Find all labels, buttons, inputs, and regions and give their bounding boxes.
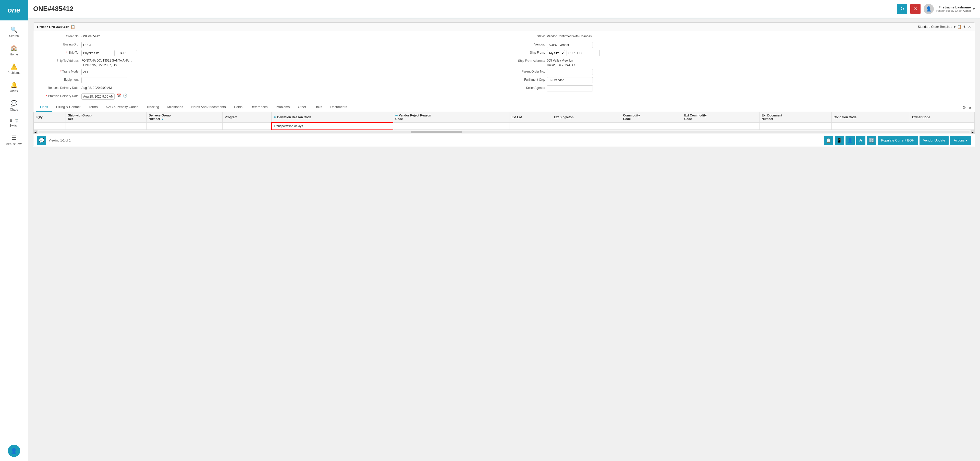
comment-button[interactable]: 💬	[37, 136, 46, 145]
print-button[interactable]: 🖨	[856, 136, 865, 145]
tab-notes[interactable]: Notes And Attachments	[187, 103, 230, 112]
cell-ext-document	[759, 123, 832, 130]
ship-to-input1[interactable]	[81, 50, 115, 56]
horizontal-scrollbar[interactable]: ◀ ▶	[33, 130, 975, 134]
equipment-label: Equipment:	[38, 77, 80, 81]
clock-icon[interactable]: 🕐	[123, 94, 127, 97]
equipment-input[interactable]	[81, 77, 127, 83]
sidebar-item-switch[interactable]: 🖥 📋 Switch	[0, 115, 28, 131]
ship-from-select[interactable]: My Site	[547, 50, 565, 56]
refresh-button[interactable]: ↻	[897, 4, 907, 14]
scroll-track[interactable]	[38, 131, 969, 133]
top-header: ONE#485412 ↻ ✕ 👤 Firstname Lastname Vend…	[28, 0, 980, 18]
sidebar-item-home[interactable]: 🏠 Home	[0, 41, 28, 60]
user-button[interactable]: 👤	[845, 136, 855, 145]
promise-delivery-input[interactable]	[81, 94, 115, 100]
calculator-button[interactable]: 🔢	[867, 136, 876, 145]
tab-icons: ⚙ ▲	[963, 103, 972, 112]
fulfillment-org-input[interactable]	[547, 77, 593, 83]
col-ship-with-group: Ship with GroupRef	[66, 112, 147, 123]
col-ext-singleton: Ext Singleton	[552, 112, 621, 123]
state-value: Vendor Confirmed With Changes	[547, 34, 592, 38]
template-dropdown-button[interactable]: ▾	[954, 25, 956, 29]
sms-button[interactable]: 📱	[835, 136, 844, 145]
sort-icon: ▲	[161, 118, 164, 121]
scroll-right-button[interactable]: ▶	[970, 130, 975, 134]
close-button[interactable]: ✕	[910, 4, 921, 14]
tab-documents[interactable]: Documents	[326, 103, 351, 112]
tab-terms[interactable]: Terms	[84, 103, 102, 112]
request-delivery-value: Aug 28, 2020 9:00 AM	[81, 85, 112, 89]
tab-links[interactable]: Links	[310, 103, 326, 112]
vendor-input[interactable]	[547, 42, 593, 48]
logo-text: one	[8, 6, 21, 14]
tab-billing[interactable]: Billing & Contact	[52, 103, 84, 112]
col-vendor-reject: ✏Vendor Reject ReasonCode	[393, 112, 509, 123]
order-form: Order : ONE#485412 📋 Standard Order Temp…	[33, 22, 975, 147]
tab-problems[interactable]: Problems	[272, 103, 294, 112]
seller-agents-input[interactable]	[547, 85, 593, 91]
vendor-row: Vendor:	[504, 42, 969, 48]
template-view-button[interactable]: 📋	[957, 25, 961, 29]
form-right-column: State: Vendor Confirmed With Changes Ven…	[504, 34, 969, 100]
user-name: Firstname Lastname	[936, 5, 971, 9]
col-condition-code: Condition Code	[832, 112, 910, 123]
sidebar-item-alerts[interactable]: 🔔 Alerts	[0, 78, 28, 97]
app-logo[interactable]: one	[0, 0, 28, 21]
ship-from-inputs: My Site	[547, 50, 600, 56]
tab-milestones[interactable]: Milestones	[163, 103, 187, 112]
actions-button[interactable]: Actions ▾	[950, 136, 971, 145]
sidebar-label-alerts: Alerts	[10, 89, 18, 93]
ship-from-address-label: Ship From Address:	[504, 58, 545, 62]
cell-deviation-reason[interactable]: Transportation delays	[272, 123, 393, 130]
parent-order-input[interactable]	[547, 69, 593, 75]
page-title: ONE#485412	[33, 5, 73, 13]
vendor-update-button[interactable]: Vendor Update	[920, 136, 949, 145]
buying-org-input[interactable]	[81, 42, 127, 48]
trans-mode-label: Trans Mode:	[38, 69, 80, 73]
sidebar-item-search[interactable]: 🔍 Search	[0, 23, 28, 41]
template-close-button[interactable]: ✕	[968, 25, 971, 29]
user-avatar-sidebar[interactable]: 👤	[8, 445, 20, 457]
chat-icon: 💬	[11, 100, 18, 107]
chevron-down-icon: ▾	[973, 6, 975, 11]
col-commodity-code: CommodityCode	[621, 112, 682, 123]
bottom-bar: 💬 Viewing 1-1 of 1 📋 📱 👤 🖨 🔢 Populate Cu…	[33, 134, 975, 147]
sidebar-item-chats[interactable]: 💬 Chats	[0, 97, 28, 115]
actions-label: Actions	[954, 139, 965, 142]
trans-mode-input[interactable]	[81, 69, 127, 75]
header-actions: ↻ ✕ 👤 Firstname Lastname Vendor Supply C…	[897, 4, 975, 14]
tab-holds[interactable]: Holds	[230, 103, 247, 112]
col-delivery-group: Delivery GroupNumber ▲	[146, 112, 223, 123]
form-left-column: Order No: ONE#485412 Buying Org: Ship To…	[38, 34, 504, 100]
ship-to-address: FONTANA DC, 13521 SANTA ANA.... FONTANA,…	[81, 58, 132, 67]
tab-tracking[interactable]: Tracking	[142, 103, 163, 112]
scroll-thumb[interactable]	[411, 131, 462, 133]
template-eye-button[interactable]: 👁	[963, 25, 966, 29]
deviation-edit-icon[interactable]: ✏	[274, 115, 276, 119]
ship-to-input2[interactable]	[117, 50, 137, 56]
request-delivery-row: Request Delivery Date: Aug 28, 2020 9:00…	[38, 85, 504, 92]
vendor-reject-edit-icon[interactable]: ✏	[395, 114, 398, 117]
order-no-row: Order No: ONE#485412	[38, 34, 504, 40]
tab-references[interactable]: References	[247, 103, 272, 112]
user-section[interactable]: 👤 Firstname Lastname Vendor Supply Chain…	[924, 4, 975, 14]
calendar-icon[interactable]: 📅	[117, 94, 121, 97]
ship-from-dc-input[interactable]	[566, 50, 600, 56]
tab-collapse-icon[interactable]: ▲	[968, 105, 972, 110]
copy-button[interactable]: 📋	[824, 136, 833, 145]
cell-condition-code	[832, 123, 910, 130]
user-role: Vendor Supply Chain Admin	[936, 9, 971, 12]
copy-order-icon[interactable]: 📋	[71, 25, 75, 29]
populate-boh-button[interactable]: Populate Current BOH	[878, 136, 918, 145]
cell-commodity-code	[621, 123, 682, 130]
tab-sac[interactable]: SAC & Penalty Codes	[102, 103, 142, 112]
tab-settings-icon[interactable]: ⚙	[963, 105, 966, 110]
tab-lines[interactable]: Lines	[36, 103, 52, 112]
parent-order-row: Parent Order No:	[504, 69, 969, 76]
sidebar-item-problems[interactable]: ⚠️ Problems	[0, 60, 28, 78]
state-label: State:	[504, 34, 545, 38]
scroll-left-button[interactable]: ◀	[33, 130, 38, 134]
sidebar-item-menus[interactable]: ☰ Menus/Favs	[0, 131, 28, 149]
tab-other[interactable]: Other	[294, 103, 310, 112]
